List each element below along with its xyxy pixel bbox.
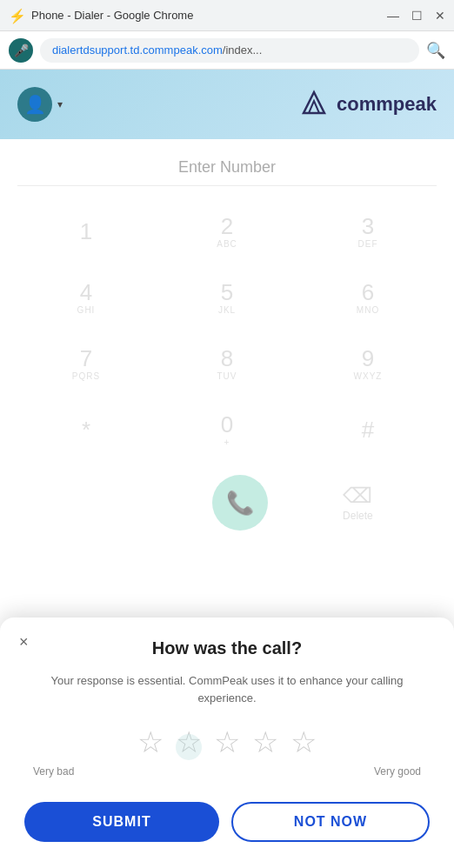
dialer-wrapper: 12ABC3DEF4GHI5JKL6MNO7PQRS8TUV9WXYZ*0+# … bbox=[0, 139, 454, 548]
modal-title: How was the call? bbox=[24, 638, 430, 658]
search-icon[interactable]: 🔍 bbox=[426, 41, 445, 60]
submit-button[interactable]: SUBMIT bbox=[24, 802, 219, 842]
star-4[interactable]: ☆ bbox=[252, 727, 278, 757]
url-bar[interactable]: dialertdsupport.td.commpeak.com /index..… bbox=[40, 38, 419, 63]
star-1[interactable]: ☆ bbox=[137, 727, 164, 757]
minimize-button[interactable]: — bbox=[387, 9, 399, 23]
star-2[interactable]: ☆ bbox=[176, 727, 202, 757]
key-number: 7 bbox=[80, 346, 92, 371]
key-number: # bbox=[362, 417, 374, 443]
key-letters: JKL bbox=[218, 305, 236, 315]
modal-close-button[interactable]: × bbox=[19, 633, 29, 651]
browser-icon: ⚡ bbox=[9, 8, 24, 23]
key-*[interactable]: * bbox=[17, 398, 155, 461]
key-number: 3 bbox=[362, 214, 374, 239]
close-button[interactable]: ✕ bbox=[435, 9, 445, 23]
key-number: * bbox=[82, 417, 90, 443]
key-number: 2 bbox=[221, 214, 233, 239]
delete-label: Delete bbox=[343, 510, 373, 522]
key-number: 4 bbox=[80, 280, 92, 305]
phone-icon: 📞 bbox=[226, 490, 254, 517]
key-letters: + bbox=[224, 437, 230, 447]
avatar-icon: 👤 bbox=[24, 94, 46, 115]
number-input[interactable] bbox=[17, 153, 437, 186]
key-#[interactable]: # bbox=[299, 398, 437, 461]
address-bar: 🎤 dialertdsupport.td.commpeak.com /index… bbox=[0, 31, 454, 70]
key-number: 9 bbox=[362, 346, 374, 371]
very-good-label: Very good bbox=[374, 765, 421, 778]
key-letters: TUV bbox=[217, 371, 237, 381]
logo-text: commpeak bbox=[337, 93, 437, 116]
mic-icon: 🎤 bbox=[14, 43, 29, 57]
key-0[interactable]: 0+ bbox=[158, 398, 296, 461]
rating-modal: × How was the call? Your response is ess… bbox=[0, 618, 454, 868]
maximize-button[interactable]: ☐ bbox=[411, 9, 423, 23]
star-5[interactable]: ☆ bbox=[290, 727, 317, 757]
call-button[interactable]: 📞 bbox=[212, 475, 268, 531]
very-bad-label: Very bad bbox=[33, 765, 74, 778]
key-7[interactable]: 7PQRS bbox=[17, 332, 155, 395]
stars-row: ☆ ☆ ☆ ☆ ☆ bbox=[24, 727, 430, 757]
key-letters: WXYZ bbox=[354, 371, 383, 381]
url-text: dialertdsupport.td.commpeak.com bbox=[52, 43, 223, 57]
key-5[interactable]: 5JKL bbox=[158, 266, 296, 329]
star-labels: Very bad Very good bbox=[24, 765, 430, 778]
key-4[interactable]: 4GHI bbox=[17, 266, 155, 329]
avatar: 👤 bbox=[17, 87, 52, 122]
not-now-button[interactable]: NOT NOW bbox=[231, 802, 430, 842]
url-suffix: /index... bbox=[223, 43, 263, 57]
modal-description: Your response is essential. CommPeak use… bbox=[24, 672, 430, 706]
app-header: 👤 ▾ commpeak bbox=[0, 70, 454, 139]
action-row: 📞 ⌫ Delete bbox=[17, 475, 437, 548]
backspace-icon: ⌫ bbox=[343, 484, 372, 508]
key-letters: GHI bbox=[77, 305, 96, 315]
key-6[interactable]: 6MNO bbox=[299, 266, 437, 329]
key-8[interactable]: 8TUV bbox=[158, 332, 296, 395]
key-number: 0 bbox=[221, 412, 233, 437]
key-9[interactable]: 9WXYZ bbox=[299, 332, 437, 395]
delete-button[interactable]: ⌫ Delete bbox=[343, 484, 373, 522]
dialer-area: 12ABC3DEF4GHI5JKL6MNO7PQRS8TUV9WXYZ*0+# … bbox=[0, 139, 454, 548]
key-number: 5 bbox=[221, 280, 233, 305]
button-row: SUBMIT NOT NOW bbox=[24, 802, 430, 842]
title-bar: ⚡ Phone - Dialer - Google Chrome — ☐ ✕ bbox=[0, 0, 454, 31]
key-3[interactable]: 3DEF bbox=[299, 200, 437, 263]
logo-area: commpeak bbox=[298, 89, 437, 120]
key-1[interactable]: 1 bbox=[17, 200, 155, 263]
key-letters: MNO bbox=[357, 305, 379, 315]
commpeak-logo-icon bbox=[298, 89, 330, 120]
key-number: 6 bbox=[362, 280, 374, 305]
key-number: 1 bbox=[80, 219, 92, 244]
chevron-down-icon: ▾ bbox=[57, 98, 63, 110]
key-number: 8 bbox=[221, 346, 233, 371]
key-letters: DEF bbox=[358, 239, 378, 249]
star-3[interactable]: ☆ bbox=[214, 727, 240, 757]
key-letters: ABC bbox=[217, 239, 237, 249]
avatar-area[interactable]: 👤 ▾ bbox=[17, 87, 63, 122]
keypad: 12ABC3DEF4GHI5JKL6MNO7PQRS8TUV9WXYZ*0+# bbox=[17, 200, 437, 461]
window-title: Phone - Dialer - Google Chrome bbox=[31, 9, 387, 22]
window-controls: — ☐ ✕ bbox=[387, 9, 445, 23]
key-letters: PQRS bbox=[72, 371, 100, 381]
key-2[interactable]: 2ABC bbox=[158, 200, 296, 263]
microphone-button[interactable]: 🎤 bbox=[9, 38, 33, 63]
